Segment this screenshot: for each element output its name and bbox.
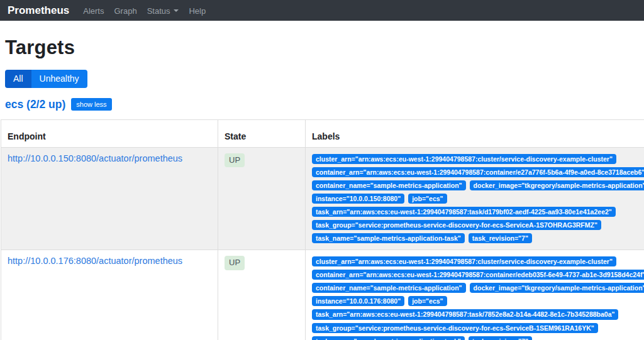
label-badge: cluster_arn="arn:aws:ecs:eu-west-1:29940… xyxy=(312,154,616,164)
label-line: container_arn="arn:aws:ecs:eu-west-1:299… xyxy=(312,269,644,280)
label-badge: container_arn="arn:aws:ecs:eu-west-1:299… xyxy=(312,270,644,280)
state-badge: UP xyxy=(225,256,245,270)
labels-cell: cluster_arn="arn:aws:ecs:eu-west-1:29940… xyxy=(306,147,644,250)
nav-item-graph[interactable]: Graph xyxy=(109,6,142,16)
label-badge: job="ecs" xyxy=(408,194,447,204)
chevron-down-icon xyxy=(174,9,179,12)
label-badge: container_arn="arn:aws:ecs:eu-west-1:299… xyxy=(312,167,644,177)
column-header-state: State xyxy=(218,119,306,147)
target-filter-group: All Unhealthy xyxy=(5,70,87,88)
nav-item-status-dropdown[interactable]: Status xyxy=(142,6,184,16)
label-line: instance="10.0.0.150:8080"job="ecs" xyxy=(312,193,644,204)
label-line: container_name="sample-metrics-applicati… xyxy=(312,180,644,190)
labels-cell: cluster_arn="arn:aws:ecs:eu-west-1:29940… xyxy=(306,250,644,340)
filter-all-button[interactable]: All xyxy=(5,70,31,88)
label-badge: task_arn="arn:aws:ecs:eu-west-1:29940479… xyxy=(312,309,618,319)
targets-table: Endpoint State Labels http://10.0.0.150:… xyxy=(1,119,644,340)
label-line: task_name="sample-metrics-application-ta… xyxy=(312,233,644,243)
label-badge: instance="10.0.0.176:8080" xyxy=(312,296,404,306)
endpoint-cell: http://10.0.0.150:8080/actuator/promethe… xyxy=(1,147,218,250)
label-badge: cluster_arn="arn:aws:ecs:eu-west-1:29940… xyxy=(312,256,616,266)
targets-page: Targets All Unhealthy ecs (2/2 up) show … xyxy=(0,36,644,340)
state-badge: UP xyxy=(225,153,245,167)
label-badge: task_name="sample-metrics-application-ta… xyxy=(312,233,465,243)
job-group-header: ecs (2/2 up) show less xyxy=(5,98,639,111)
label-line: task_name="sample-metrics-application-ta… xyxy=(312,336,644,340)
label-badge: job="ecs" xyxy=(408,296,447,306)
top-navbar: Prometheus Alerts Graph Status Help xyxy=(0,0,644,21)
label-badge: task_name="sample-metrics-application-ta… xyxy=(312,336,465,340)
state-cell: UP xyxy=(218,147,306,250)
label-badge: task_revision="7" xyxy=(469,336,532,340)
label-badge: task_arn="arn:aws:ecs:eu-west-1:29940479… xyxy=(312,207,616,217)
table-header-row: Endpoint State Labels xyxy=(1,119,644,147)
table-row: http://10.0.0.176:8080/actuator/promethe… xyxy=(1,250,644,340)
page-title: Targets xyxy=(5,36,639,59)
label-line: cluster_arn="arn:aws:ecs:eu-west-1:29940… xyxy=(312,256,644,266)
label-line: task_arn="arn:aws:ecs:eu-west-1:29940479… xyxy=(312,206,644,217)
job-group-title[interactable]: ecs (2/2 up) xyxy=(5,98,65,111)
filter-unhealthy-button[interactable]: Unhealthy xyxy=(31,70,87,88)
nav-item-alerts[interactable]: Alerts xyxy=(78,6,109,16)
label-badge: docker_image="tkgregory/sample-metrics-a… xyxy=(470,180,644,190)
label-line: task_group="service:prometheus-service-d… xyxy=(312,219,644,230)
label-line: task_group="service:prometheus-service-d… xyxy=(312,322,644,333)
label-badge: task_revision="7" xyxy=(469,233,532,243)
label-line: instance="10.0.0.176:8080"job="ecs" xyxy=(312,295,644,306)
label-badge: container_name="sample-metrics-applicati… xyxy=(312,180,466,190)
column-header-endpoint: Endpoint xyxy=(1,119,218,147)
label-badge: task_group="service:prometheus-service-d… xyxy=(312,220,601,230)
show-less-button[interactable]: show less xyxy=(71,98,111,111)
endpoint-cell: http://10.0.0.176:8080/actuator/promethe… xyxy=(1,250,218,340)
endpoint-link[interactable]: http://10.0.0.150:8080/actuator/promethe… xyxy=(8,153,182,163)
label-badge: docker_image="tkgregory/sample-metrics-a… xyxy=(470,283,644,293)
label-badge: instance="10.0.0.150:8080" xyxy=(312,194,404,204)
table-row: http://10.0.0.150:8080/actuator/promethe… xyxy=(1,147,644,250)
label-line: cluster_arn="arn:aws:ecs:eu-west-1:29940… xyxy=(312,153,644,164)
state-cell: UP xyxy=(218,250,306,340)
navbar-menu: Alerts Graph Status Help xyxy=(78,5,211,16)
column-header-labels: Labels xyxy=(306,119,644,147)
label-badge: task_group="service:prometheus-service-d… xyxy=(312,323,598,333)
label-line: task_arn="arn:aws:ecs:eu-west-1:29940479… xyxy=(312,309,644,319)
label-line: container_arn="arn:aws:ecs:eu-west-1:299… xyxy=(312,167,644,177)
endpoint-link[interactable]: http://10.0.0.176:8080/actuator/promethe… xyxy=(8,256,182,266)
label-line: container_name="sample-metrics-applicati… xyxy=(312,282,644,293)
targets-tbody: http://10.0.0.150:8080/actuator/promethe… xyxy=(1,147,644,340)
nav-item-help[interactable]: Help xyxy=(184,6,211,16)
label-badge: container_name="sample-metrics-applicati… xyxy=(312,283,466,293)
brand-link[interactable]: Prometheus xyxy=(8,4,69,17)
